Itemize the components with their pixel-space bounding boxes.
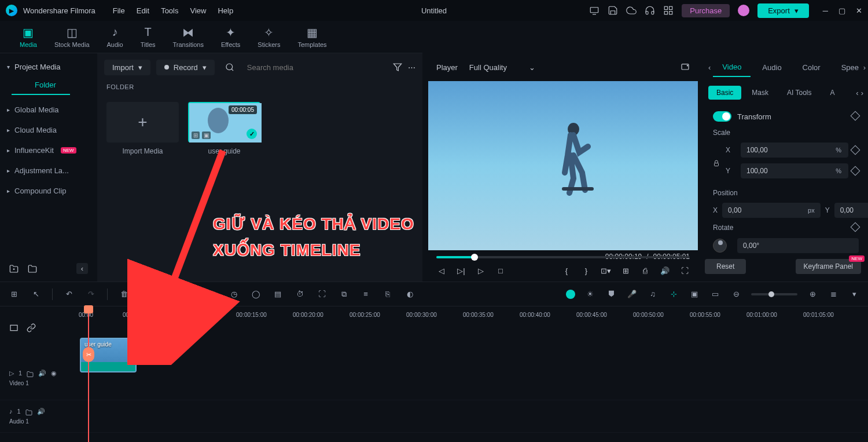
track-fold-icon[interactable] [9, 323, 19, 333]
menu-file[interactable]: File [113, 6, 125, 15]
play-icon[interactable]: ▷ [476, 265, 486, 276]
cursor-icon[interactable]: ↖ [30, 288, 42, 300]
media-clip-user-guide[interactable]: 00:00:05 ⊞▣ ✓ [188, 102, 260, 143]
scale-x-input[interactable] [741, 143, 848, 158]
next-frame-icon[interactable]: ▷| [456, 265, 466, 276]
sidebar-project-media[interactable]: Project Media [0, 58, 97, 76]
audio-track[interactable]: ♪1🔊 Audio 1 [0, 400, 868, 433]
slider-icon[interactable]: ◐ [404, 288, 415, 300]
stop-icon[interactable]: □ [495, 265, 506, 276]
reset-button[interactable]: Reset [705, 259, 746, 274]
more-icon[interactable]: ⋯ [408, 63, 415, 72]
keyframe-diamond-icon[interactable] [851, 166, 860, 176]
zoom-out-icon[interactable]: ⊖ [730, 288, 742, 300]
mute-icon[interactable]: 🔊 [38, 370, 46, 379]
subtab-ai-tools[interactable]: AI Tools [779, 86, 819, 100]
add-icon[interactable]: + [162, 288, 174, 300]
sidebar-compound-clip[interactable]: Compound Clip [0, 181, 97, 201]
tab-transitions[interactable]: ⧓Transitions [165, 23, 212, 52]
zoom-in-icon[interactable]: ⊕ [807, 288, 818, 300]
record-dropdown[interactable]: Record▾ [156, 60, 215, 75]
sidebar-influencekit[interactable]: InfluenceKitNEW [0, 140, 97, 160]
scroll-right-icon[interactable]: › [861, 89, 863, 97]
menu-view[interactable]: View [190, 6, 206, 15]
tab-stock-media[interactable]: ◫Stock Media [46, 23, 98, 52]
mute-icon[interactable]: 🔊 [37, 408, 45, 417]
sun-icon[interactable]: ☀ [584, 288, 596, 300]
video-track[interactable]: ▷1🔊◉ Video 1 user guide [0, 356, 868, 400]
fullscreen-icon[interactable]: ⛶ [679, 265, 690, 276]
quality-dropdown[interactable]: Full Quality⌄ [469, 63, 535, 72]
dropdown-icon[interactable]: ▾ [848, 288, 860, 300]
purchase-button[interactable]: Purchase [682, 4, 730, 17]
scroll-left-icon[interactable]: ‹ [856, 89, 858, 97]
link-icon[interactable] [27, 323, 36, 333]
minimize-icon[interactable]: ─ [823, 6, 828, 15]
speed-icon[interactable]: ◷ [228, 288, 240, 300]
video-preview[interactable] [428, 81, 698, 250]
menu-edit[interactable]: Edit [137, 6, 149, 15]
cut-handle-icon[interactable]: ✂ [83, 347, 94, 362]
import-media-card[interactable]: + [106, 102, 179, 143]
keyframe-diamond-icon[interactable] [851, 222, 860, 232]
clip-options-icon[interactable]: ⊞ [192, 131, 200, 139]
grid-icon[interactable]: ⊞ [8, 288, 20, 300]
cut-icon[interactable]: ✂ [140, 288, 152, 300]
tab-audio[interactable]: ♪Audio [99, 23, 131, 52]
search-input[interactable] [240, 60, 387, 75]
frame-icon[interactable]: ▭ [709, 288, 721, 300]
position-y-input[interactable] [834, 203, 868, 218]
layer-icon[interactable]: ▤ [272, 288, 284, 300]
sidebar-global-media[interactable]: Global Media [0, 100, 97, 120]
mark-in-icon[interactable]: { [561, 265, 572, 276]
list-icon[interactable]: ≣ [827, 288, 839, 300]
layers-icon[interactable]: ▣ [689, 288, 700, 300]
filter-icon[interactable] [393, 63, 402, 72]
undo-icon[interactable]: ↶ [63, 288, 75, 300]
music-icon[interactable]: ♫ [647, 288, 659, 300]
apps-icon[interactable] [663, 5, 674, 16]
redo-icon[interactable]: ↷ [85, 288, 97, 300]
position-x-input[interactable] [722, 203, 821, 218]
circle-icon[interactable]: ◯ [250, 288, 262, 300]
keyframe-diamond-icon[interactable] [851, 145, 860, 155]
snapshot-icon[interactable] [681, 63, 690, 72]
playback-progress[interactable] [436, 256, 690, 258]
sidebar-adjustment-layer[interactable]: Adjustment La... [0, 160, 97, 181]
crop-icon[interactable]: ⬚ [206, 288, 218, 300]
folder-icon[interactable] [27, 370, 34, 379]
menu-help[interactable]: Help [218, 6, 233, 15]
prev-frame-icon[interactable]: ◁ [436, 265, 447, 276]
clock-icon[interactable]: ⏱ [294, 288, 306, 300]
tab-effects[interactable]: ✦Effects [213, 23, 248, 52]
tab-stickers[interactable]: ✧Stickers [249, 23, 288, 52]
collapse-icon[interactable]: ‹ [76, 263, 88, 274]
clip-add-icon[interactable]: ▣ [202, 131, 211, 139]
playhead[interactable] [88, 306, 89, 442]
copy-icon[interactable]: ⎘ [382, 288, 393, 300]
subtab-mask[interactable]: Mask [744, 86, 777, 100]
lock-icon[interactable] [713, 160, 720, 167]
export-button[interactable]: Export▾ [757, 3, 809, 18]
tab-video[interactable]: Video [713, 58, 751, 77]
mic-icon[interactable]: 🎤 [626, 288, 638, 300]
tab-audio-props[interactable]: Audio [753, 59, 790, 76]
scale-y-input[interactable] [741, 163, 848, 178]
folder-icon[interactable] [25, 408, 32, 417]
render-indicator-icon[interactable] [566, 290, 575, 299]
tab-color[interactable]: Color [793, 59, 830, 76]
keyframe-diamond-icon[interactable] [851, 111, 860, 120]
screen-icon[interactable] [589, 5, 599, 16]
expand-icon[interactable]: ⛶ [316, 288, 328, 300]
tab-media[interactable]: ▣Media [12, 23, 45, 52]
display-icon[interactable]: ⊞ [620, 265, 631, 276]
shield-icon[interactable]: ⛊ [605, 288, 617, 300]
marker-icon[interactable]: ⊹ [668, 288, 679, 300]
tab-speed[interactable]: Spee [832, 59, 868, 76]
tab-titles[interactable]: TTitles [133, 23, 164, 52]
keyframe-panel-button[interactable]: Keyframe PanelNEW [796, 259, 861, 274]
delete-icon[interactable]: 🗑 [118, 288, 130, 300]
subtab-basic[interactable]: Basic [708, 86, 741, 100]
ratio-icon[interactable]: ⊡▾ [601, 265, 611, 276]
folder-icon[interactable] [28, 264, 37, 273]
